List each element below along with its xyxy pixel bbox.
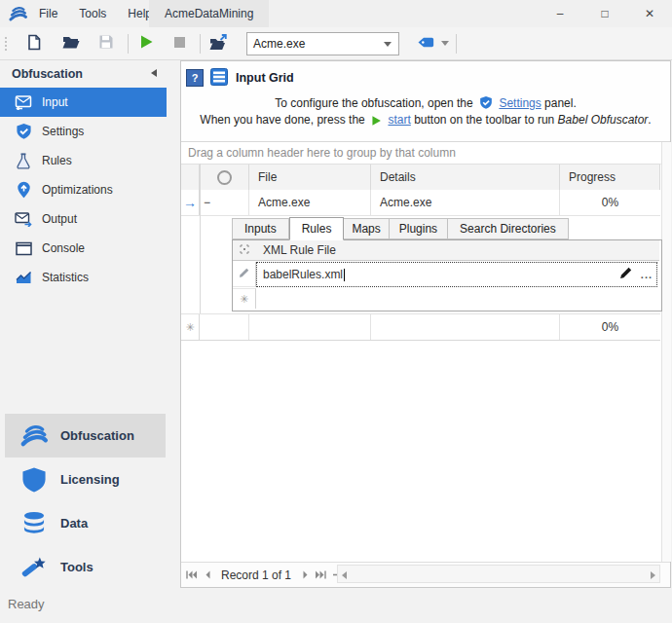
new-row-star-icon: ✳ — [185, 321, 194, 334]
help-button[interactable]: ? — [186, 69, 204, 87]
column-header-file[interactable]: File — [249, 165, 371, 190]
new-row-indicator-cell: ✳ — [181, 314, 200, 340]
chevron-down-icon — [441, 41, 449, 46]
play-icon — [139, 34, 154, 53]
maximize-button[interactable]: □ — [582, 0, 627, 27]
xml-rule-file-input[interactable]: babelRules.xml ... — [256, 262, 657, 287]
last-record-button[interactable] — [313, 567, 328, 584]
tag-icon — [417, 36, 434, 52]
group-data[interactable]: Data — [5, 501, 166, 545]
group-licensing[interactable]: Licensing — [5, 458, 166, 501]
subgrid-column-header[interactable]: XML Rule File — [255, 240, 659, 260]
collapse-detail-button[interactable]: − — [200, 190, 249, 215]
help-line-1: To configure the obfuscation, open the S… — [181, 95, 670, 113]
circle-icon — [217, 170, 232, 185]
group-obfuscation[interactable]: Obfuscation — [5, 414, 166, 458]
vertical-scrollbar[interactable] — [661, 142, 671, 562]
tab-rules[interactable]: Rules — [289, 217, 345, 240]
sidebar-item-label: Optimizations — [42, 183, 113, 197]
project-tab[interactable]: AcmeDataMining — [149, 0, 269, 27]
text-caret — [344, 269, 345, 281]
subgrid-header-row: XML Rule File — [233, 240, 659, 261]
new-project-button[interactable] — [21, 31, 47, 56]
subgrid-new-row[interactable]: ✳ — [233, 288, 659, 309]
sidebar-item-input[interactable]: Input — [0, 88, 167, 117]
export-folder-icon — [209, 34, 228, 54]
assembly-combobox-value: Acme.exe — [247, 37, 305, 51]
tag-button[interactable] — [413, 31, 438, 56]
new-row-progress-cell: 0% — [560, 314, 660, 340]
assembly-combobox[interactable]: Acme.exe — [246, 32, 399, 55]
next-record-button[interactable] — [297, 567, 313, 584]
close-button[interactable]: ✕ — [627, 0, 672, 27]
first-record-button[interactable] — [184, 567, 200, 584]
start-obfuscation-button[interactable] — [133, 31, 159, 56]
console-window-icon — [15, 239, 32, 257]
scroll-right-icon[interactable] — [651, 571, 655, 579]
minimize-button[interactable]: – — [538, 0, 582, 27]
sidebar-item-label: Settings — [42, 125, 84, 138]
sidebar-item-statistics[interactable]: Statistics — [0, 263, 167, 292]
cell-file[interactable]: Acme.exe — [249, 190, 371, 215]
sidebar-item-label: Statistics — [42, 271, 89, 284]
column-header-progress[interactable]: Progress — [560, 165, 660, 190]
group-label: Tools — [60, 560, 93, 574]
grid-new-row[interactable]: ✳ 0% — [181, 313, 660, 341]
group-label: Obfuscation — [60, 428, 134, 443]
group-tools[interactable]: Tools — [5, 545, 166, 589]
sidebar-item-rules[interactable]: Rules — [0, 146, 167, 175]
sidebar-item-settings[interactable]: Settings — [0, 117, 167, 146]
group-label: Licensing — [60, 472, 120, 487]
icon-column-header[interactable] — [200, 165, 249, 190]
input-grid-panel: ? Input Grid To configure the obfuscatio… — [180, 60, 671, 588]
stop-icon — [173, 36, 186, 52]
menubar: File Tools Help AcmeDataMining – □ ✕ — [0, 0, 672, 27]
column-header-details[interactable]: Details — [371, 165, 560, 190]
group-by-hint-row[interactable]: Drag a column header here to group by th… — [181, 142, 670, 165]
scroll-left-icon[interactable] — [342, 571, 347, 579]
stop-button[interactable] — [167, 31, 192, 56]
babel-swirl-icon — [19, 421, 49, 451]
pencil-icon — [239, 268, 249, 281]
select-all-corner[interactable] — [233, 240, 256, 260]
input-icon — [15, 93, 32, 111]
browse-ellipsis-button[interactable]: ... — [641, 269, 653, 280]
add-files-button[interactable] — [205, 31, 231, 56]
help-text: button on the toolbar to run — [414, 113, 554, 127]
new-row-star-icon: ✳ — [240, 293, 248, 306]
edit-pencil-icon[interactable] — [619, 267, 632, 282]
window-controls: – □ ✕ — [538, 0, 672, 27]
sidebar-item-label: Console — [42, 241, 85, 255]
save-project-button[interactable] — [93, 31, 119, 56]
collapse-chevron-icon[interactable] — [151, 69, 157, 77]
start-link[interactable]: start — [388, 113, 410, 127]
pin-up-icon — [15, 181, 32, 199]
database-icon — [19, 509, 49, 538]
sidebar-item-output[interactable]: Output — [0, 204, 167, 234]
sidebar-item-console[interactable]: Console — [0, 234, 167, 263]
tab-plugins[interactable]: Plugins — [390, 218, 448, 239]
new-row-details-cell[interactable] — [371, 314, 560, 340]
status-text: Ready — [8, 597, 45, 611]
menu-file[interactable]: File — [28, 0, 68, 27]
new-row-file-cell[interactable] — [249, 314, 371, 340]
toolbar-grip[interactable] — [2, 33, 10, 55]
record-counter: Record 1 of 1 — [221, 568, 291, 582]
tab-maps[interactable]: Maps — [344, 218, 389, 239]
subgrid-empty-cell[interactable] — [255, 288, 659, 309]
cell-details[interactable]: Acme.exe — [371, 190, 560, 215]
new-row-expand-cell — [200, 314, 249, 340]
open-project-button[interactable] — [58, 31, 84, 56]
tag-dropdown-button[interactable] — [438, 31, 452, 56]
sidebar-item-optimizations[interactable]: Optimizations — [0, 175, 167, 204]
menu-tools[interactable]: Tools — [68, 0, 117, 27]
horizontal-scrollbar[interactable] — [337, 565, 660, 583]
prev-record-button[interactable] — [200, 567, 215, 584]
grid-row-acme[interactable]: → − Acme.exe Acme.exe 0% — [181, 190, 660, 216]
shield-check-icon — [15, 123, 32, 140]
tab-search-directories[interactable]: Search Directories — [448, 218, 569, 239]
sidebar-header: Obfuscation — [0, 60, 167, 88]
settings-link[interactable]: Settings — [499, 96, 541, 110]
grid-header-row: File Details Progress — [181, 164, 660, 191]
tab-inputs[interactable]: Inputs — [232, 218, 289, 239]
